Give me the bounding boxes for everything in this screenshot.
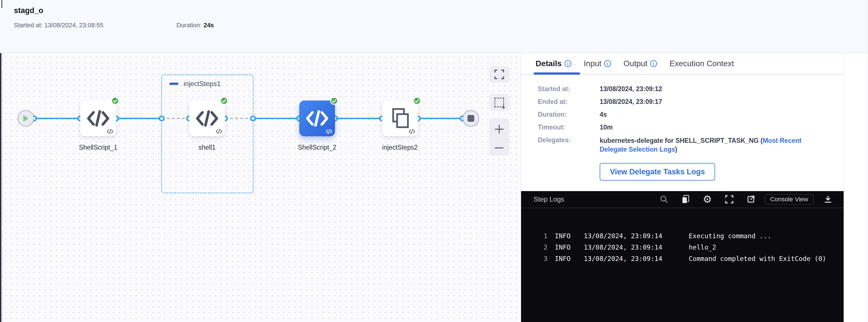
node-label: shell1 — [170, 144, 244, 151]
step-node-shellscript-2-selected[interactable] — [299, 100, 335, 136]
zoom-out-icon[interactable] — [494, 147, 504, 149]
success-badge-icon — [111, 97, 119, 105]
canvas-zoom-controls — [489, 118, 509, 155]
log-fullscreen-icon[interactable] — [725, 195, 734, 204]
zoom-in-icon[interactable] — [494, 124, 504, 134]
log-line: 1 INFO 13/08/2024, 23:09:14 Executing co… — [538, 230, 844, 242]
log-line: 2 INFO 13/08/2024, 23:09:14 hello_2 — [538, 242, 844, 253]
group-collapse-button[interactable] — [169, 83, 179, 85]
active-tab-indicator — [533, 72, 580, 75]
info-icon[interactable]: i — [604, 60, 611, 67]
shell-script-type-icon — [326, 128, 333, 134]
node-label: injectSteps2 — [363, 144, 437, 151]
canvas-fullscreen-button[interactable] — [489, 66, 509, 83]
shell-script-type-icon — [408, 128, 415, 134]
group-label: injectSteps1 — [184, 80, 221, 88]
duration-text: Duration: 24s — [177, 22, 214, 29]
log-copy-icon[interactable] — [681, 195, 690, 204]
fullscreen-icon — [494, 69, 504, 80]
connections-layer — [0, 53, 521, 322]
step-node-shellscript-1[interactable] — [80, 100, 116, 136]
tab-output[interactable]: Output i — [623, 59, 657, 68]
log-search-icon[interactable] — [660, 195, 668, 204]
duration-label: Duration: — [177, 22, 204, 29]
stage-title: stagd_o — [14, 6, 43, 15]
detail-row-ended: Ended at: 13/08/2024, 23:09:17 — [538, 98, 844, 106]
tab-execution-context[interactable]: Execution Context — [670, 59, 734, 68]
right-gutter — [844, 53, 868, 322]
log-line: 3 INFO 13/08/2024, 23:09:14 Command comp… — [538, 253, 844, 264]
success-badge-icon — [413, 97, 421, 105]
marquee-select-icon — [494, 98, 504, 107]
play-icon — [23, 114, 29, 122]
delegates-value: kubernetes-delegate for SHELL_SCRIPT_TAS… — [600, 136, 821, 154]
node-label: ShellScript_1 — [61, 144, 135, 151]
right-edge-line — [867, 0, 867, 322]
canvas-left-edge — [0, 53, 4, 322]
detail-row-timeout: Timeout: 10m — [538, 123, 844, 131]
success-badge-icon — [220, 97, 228, 105]
step-details-panel: Details i Input i Output i Execution Con… — [521, 53, 844, 322]
detail-row-started: Started at: 13/08/2024, 23:09:12 — [538, 85, 844, 93]
copy-steps-icon — [390, 107, 410, 129]
details-tab-bar: Details i Input i Output i Execution Con… — [521, 53, 844, 75]
log-output: 1 INFO 13/08/2024, 23:09:14 Executing co… — [521, 208, 844, 264]
window-edge-artifact — [1, 0, 2, 8]
end-node[interactable] — [463, 110, 479, 127]
started-at-text: Started at: 13/08/2024, 23:08:55 — [14, 22, 103, 29]
start-node[interactable] — [18, 110, 34, 127]
tab-input[interactable]: Input i — [584, 59, 611, 68]
log-settings-gear-icon[interactable]: ⚙ — [703, 194, 712, 204]
pipeline-canvas[interactable]: injectSteps1 — [0, 53, 521, 322]
view-delegate-tasks-logs-button[interactable]: View Delegate Tasks Logs — [600, 163, 715, 181]
shell-script-type-icon — [216, 128, 222, 134]
duration-value: 24s — [204, 22, 214, 29]
pipeline-execution-page: stagd_o Started at: 13/08/2024, 23:08:55… — [0, 0, 868, 322]
code-icon — [195, 109, 219, 128]
tab-details[interactable]: Details i — [535, 59, 571, 68]
step-logs-header: Step Logs ⚙ Console View — [521, 191, 844, 208]
execution-header: stagd_o Started at: 13/08/2024, 23:08:55… — [0, 0, 868, 53]
success-badge-icon — [330, 97, 338, 105]
console-view-button[interactable]: Console View — [765, 194, 813, 204]
canvas-marquee-select-button[interactable] — [489, 94, 509, 111]
step-logs-panel: Step Logs ⚙ Console View — [521, 191, 844, 322]
detail-row-duration: Duration: 4s — [538, 111, 844, 118]
stop-icon — [467, 115, 474, 122]
info-icon[interactable]: i — [650, 60, 657, 67]
info-icon[interactable]: i — [564, 60, 571, 67]
log-open-in-new-icon[interactable] — [747, 195, 755, 204]
detail-row-delegates: Delegates: kubernetes-delegate for SHELL… — [538, 136, 844, 154]
node-label: ShellScript_2 — [280, 144, 354, 151]
code-icon — [306, 109, 329, 128]
details-content: Started at: 13/08/2024, 23:09:12 Ended a… — [521, 75, 844, 191]
step-logs-title: Step Logs — [533, 195, 564, 203]
step-node-shell1[interactable] — [189, 100, 225, 136]
step-node-injectsteps2[interactable] — [382, 100, 418, 136]
code-icon — [87, 109, 110, 128]
log-download-icon[interactable] — [824, 195, 832, 204]
shell-script-type-icon — [107, 128, 114, 134]
